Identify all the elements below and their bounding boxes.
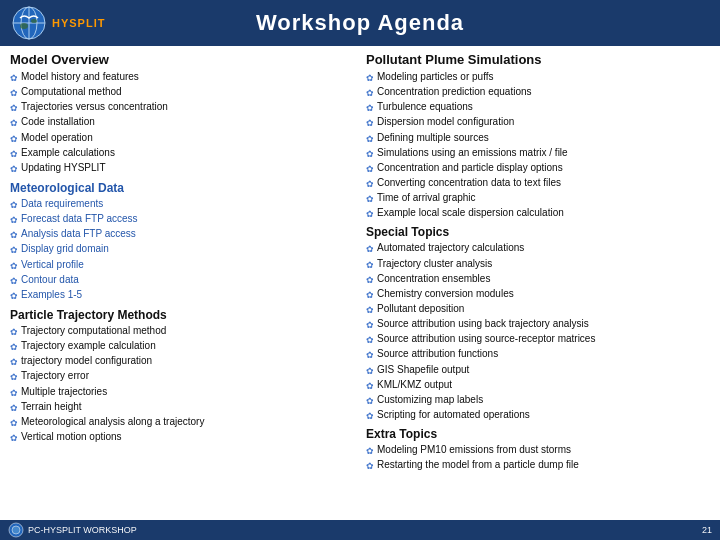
item-text: Customizing map labels: [377, 393, 483, 407]
item-text: Forecast data FTP access: [21, 212, 138, 226]
hysplit-branding: HYSPLIT: [52, 17, 105, 29]
item-text: Concentration ensembles: [377, 272, 490, 286]
list-item: ✿Trajectory example calculation: [10, 339, 354, 353]
item-text: Defining multiple sources: [377, 131, 489, 145]
list-item: ✿Converting concentration data to text f…: [366, 176, 710, 190]
model-overview-title: Model Overview: [10, 52, 354, 67]
item-text: Contour data: [21, 273, 79, 287]
list-item: ✿Concentration and particle display opti…: [366, 161, 710, 175]
bullet-icon: ✿: [10, 432, 18, 444]
bullet-icon: ✿: [366, 178, 374, 190]
bullet-icon: ✿: [366, 380, 374, 392]
logo-area: HYSPLIT: [10, 4, 105, 42]
list-item: ✿Customizing map labels: [366, 393, 710, 407]
bullet-icon: ✿: [10, 326, 18, 338]
item-text: Trajectories versus concentration: [21, 100, 168, 114]
bullet-icon: ✿: [10, 387, 18, 399]
item-text: Data requirements: [21, 197, 103, 211]
extra-items-list: ✿Modeling PM10 emissions from dust storm…: [366, 443, 710, 472]
svg-point-5: [31, 19, 37, 23]
meteo-items-list: ✿Data requirements✿Forecast data FTP acc…: [10, 197, 354, 302]
page-title: Workshop Agenda: [256, 10, 464, 35]
item-text: Concentration prediction equations: [377, 85, 532, 99]
list-item: ✿Trajectory computational method: [10, 324, 354, 338]
list-item: ✿Modeling particles or puffs: [366, 70, 710, 84]
hysplit-label: HYSPLIT: [52, 17, 105, 29]
item-text: Examples 1-5: [21, 288, 82, 302]
list-item: ✿Source attribution using back trajector…: [366, 317, 710, 331]
bullet-icon: ✿: [366, 87, 374, 99]
bullet-icon: ✿: [10, 275, 18, 287]
item-text: Turbulence equations: [377, 100, 473, 114]
item-text: Source attribution using source-receptor…: [377, 332, 595, 346]
list-item: ✿Example local scale dispersion calculat…: [366, 206, 710, 220]
list-item: ✿GIS Shapefile output: [366, 363, 710, 377]
list-item: ✿Examples 1-5: [10, 288, 354, 302]
bullet-icon: ✿: [10, 133, 18, 145]
bullet-icon: ✿: [366, 289, 374, 301]
item-text: Pollutant deposition: [377, 302, 464, 316]
item-text: Example calculations: [21, 146, 115, 160]
list-item: ✿Source attribution using source-recepto…: [366, 332, 710, 346]
item-text: Updating HYSPLIT: [21, 161, 106, 175]
item-text: Trajectory example calculation: [21, 339, 156, 353]
list-item: ✿Pollutant deposition: [366, 302, 710, 316]
list-item: ✿Forecast data FTP access: [10, 212, 354, 226]
list-item: ✿Scripting for automated operations: [366, 408, 710, 422]
item-text: Concentration and particle display optio…: [377, 161, 563, 175]
bullet-icon: ✿: [10, 371, 18, 383]
bullet-icon: ✿: [366, 460, 374, 472]
special-topics-title: Special Topics: [366, 225, 710, 239]
list-item: ✿Computational method: [10, 85, 354, 99]
bullet-icon: ✿: [10, 72, 18, 84]
list-item: ✿Trajectory error: [10, 369, 354, 383]
svg-point-7: [12, 526, 20, 534]
footer-label: PC-HYSPLIT WORKSHOP: [28, 525, 137, 535]
list-item: ✿Updating HYSPLIT: [10, 161, 354, 175]
list-item: ✿Example calculations: [10, 146, 354, 160]
item-text: Vertical motion options: [21, 430, 122, 444]
bullet-icon: ✿: [366, 133, 374, 145]
bullet-icon: ✿: [10, 214, 18, 226]
list-item: ✿trajectory model configuration: [10, 354, 354, 368]
bullet-icon: ✿: [366, 334, 374, 346]
item-text: Chemistry conversion modules: [377, 287, 514, 301]
bullet-icon: ✿: [10, 229, 18, 241]
item-text: Dispersion model configuration: [377, 115, 514, 129]
list-item: ✿Concentration ensembles: [366, 272, 710, 286]
list-item: ✿Model history and features: [10, 70, 354, 84]
model-items-list: ✿Model history and features✿Computationa…: [10, 70, 354, 175]
item-text: Model operation: [21, 131, 93, 145]
bullet-icon: ✿: [366, 117, 374, 129]
item-text: Source attribution using back trajectory…: [377, 317, 589, 331]
bullet-icon: ✿: [366, 243, 374, 255]
bullet-icon: ✿: [366, 304, 374, 316]
bullet-icon: ✿: [366, 259, 374, 271]
item-text: Analysis data FTP access: [21, 227, 136, 241]
item-text: GIS Shapefile output: [377, 363, 469, 377]
bullet-icon: ✿: [10, 417, 18, 429]
page-number: 21: [702, 525, 712, 535]
list-item: ✿Code installation: [10, 115, 354, 129]
list-item: ✿Vertical motion options: [10, 430, 354, 444]
left-column: Model Overview ✿Model history and featur…: [10, 52, 354, 535]
item-text: trajectory model configuration: [21, 354, 152, 368]
bullet-icon: ✿: [366, 395, 374, 407]
bullet-icon: ✿: [366, 319, 374, 331]
bullet-icon: ✿: [10, 102, 18, 114]
bullet-icon: ✿: [366, 365, 374, 377]
item-text: Meteorological analysis along a trajecto…: [21, 415, 204, 429]
bullet-icon: ✿: [10, 260, 18, 272]
bullet-icon: ✿: [10, 341, 18, 353]
right-column: Pollutant Plume Simulations ✿Modeling pa…: [366, 52, 710, 535]
item-text: Trajectory cluster analysis: [377, 257, 492, 271]
main-content: Model Overview ✿Model history and featur…: [0, 46, 720, 540]
item-text: Simulations using an emissions matrix / …: [377, 146, 568, 160]
particle-title: Particle Trajectory Methods: [10, 308, 354, 322]
bullet-icon: ✿: [10, 163, 18, 175]
item-text: Modeling particles or puffs: [377, 70, 494, 84]
bullet-icon: ✿: [10, 117, 18, 129]
list-item: ✿Modeling PM10 emissions from dust storm…: [366, 443, 710, 457]
bullet-icon: ✿: [366, 193, 374, 205]
bullet-icon: ✿: [366, 208, 374, 220]
